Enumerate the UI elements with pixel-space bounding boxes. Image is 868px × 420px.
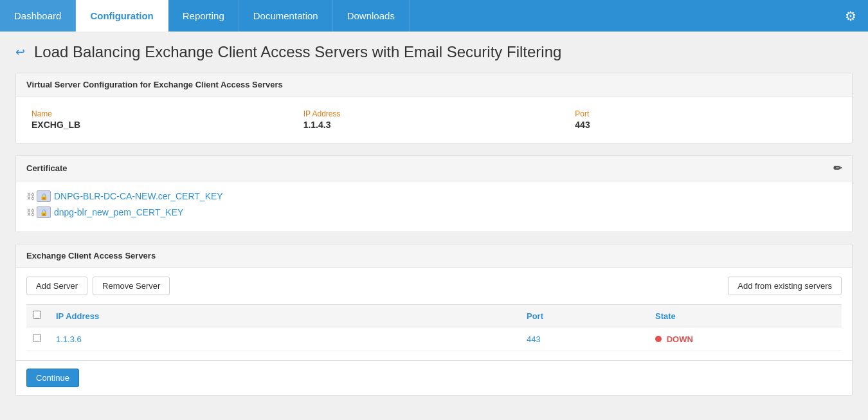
row-ip-cell: 1.1.3.6 (50, 327, 520, 351)
cert-item-1: ⛓ 🔒 DNPG-BLR-DC-CA-NEW.cer_CERT_KEY (26, 190, 842, 202)
vs-port-cell: Port 443 (570, 105, 842, 134)
vs-port-value: 443 (575, 120, 590, 130)
exchange-servers-body: Add Server Remove Server Add from existi… (16, 268, 852, 360)
vs-name-cell: Name EXCHG_LB (26, 105, 298, 134)
page-title: Load Balancing Exchange Client Access Se… (34, 43, 561, 61)
select-all-checkbox[interactable] (33, 311, 41, 319)
row-port-cell: 443 (520, 327, 649, 351)
server-actions-bar: Add Server Remove Server Add from existi… (26, 277, 842, 295)
certificate-body: ⛓ 🔒 DNPG-BLR-DC-CA-NEW.cer_CERT_KEY ⛓ 🔒 … (16, 181, 852, 232)
table-row: 1.1.3.6 443 DOWN (26, 327, 842, 351)
table-header-state: State (649, 305, 842, 327)
server-table: IP Address Port State 1.1.3.6 (26, 304, 842, 351)
nav-item-reporting[interactable]: Reporting (168, 0, 239, 32)
virtual-server-body: Name EXCHG_LB IP Address 1.1.4.3 Port 44… (16, 96, 852, 143)
vs-ip-cell: IP Address 1.1.4.3 (298, 105, 570, 134)
chain-icon-2: ⛓ (26, 208, 35, 217)
navbar-spacer (410, 0, 833, 32)
virtual-server-table: Name EXCHG_LB IP Address 1.1.4.3 Port 44… (26, 105, 842, 134)
back-arrow-icon[interactable]: ↩ (15, 45, 25, 59)
virtual-server-section-header: Virtual Server Configuration for Exchang… (16, 73, 852, 96)
vs-name-value: EXCHG_LB (32, 120, 80, 130)
nav-item-dashboard[interactable]: Dashboard (0, 0, 76, 32)
table-header-check (26, 305, 50, 327)
nav-item-downloads[interactable]: Downloads (333, 0, 410, 32)
certificate-edit-icon[interactable]: ✏ (833, 162, 842, 174)
row-ip-link[interactable]: 1.1.3.6 (56, 334, 82, 344)
row-checkbox-cell (26, 327, 50, 351)
exchange-servers-header: Exchange Client Access Servers (16, 244, 852, 268)
chain-icon-1: ⛓ (26, 192, 35, 201)
status-label: DOWN (667, 334, 693, 344)
virtual-server-card: Virtual Server Configuration for Exchang… (15, 73, 853, 143)
row-checkbox[interactable] (33, 334, 41, 342)
vs-port-label: Port (575, 109, 836, 118)
cert-item-2: ⛓ 🔒 dnpg-blr_new_pem_CERT_KEY (26, 206, 842, 218)
cert-img-icon-2: 🔒 (37, 206, 51, 218)
continue-button[interactable]: Continue (26, 369, 79, 387)
vs-ip-label: IP Address (303, 109, 565, 118)
page-header: ↩ Load Balancing Exchange Client Access … (15, 43, 853, 61)
add-from-existing-button[interactable]: Add from existing servers (728, 277, 842, 295)
certificate-section-header: Certificate ✏ (16, 156, 852, 181)
remove-server-button[interactable]: Remove Server (93, 277, 170, 295)
navbar: Dashboard Configuration Reporting Docume… (0, 0, 868, 32)
nav-item-configuration[interactable]: Configuration (76, 0, 168, 32)
row-state-cell: DOWN (649, 327, 842, 351)
continue-bar: Continue (16, 360, 852, 395)
vs-name-label: Name (32, 109, 293, 118)
certificate-card: Certificate ✏ ⛓ 🔒 DNPG-BLR-DC-CA-NEW.cer… (15, 155, 853, 232)
table-header-ip: IP Address (50, 305, 520, 327)
nav-item-documentation[interactable]: Documentation (239, 0, 333, 32)
cert-link-1[interactable]: DNPG-BLR-DC-CA-NEW.cer_CERT_KEY (54, 191, 223, 201)
table-header-port: Port (520, 305, 649, 327)
page-content: ↩ Load Balancing Exchange Client Access … (0, 32, 868, 419)
status-dot-icon (655, 336, 662, 342)
cert-link-2[interactable]: dnpg-blr_new_pem_CERT_KEY (54, 207, 183, 217)
add-server-button[interactable]: Add Server (26, 277, 87, 295)
exchange-servers-card: Exchange Client Access Servers Add Serve… (15, 244, 853, 396)
row-port-value: 443 (527, 334, 541, 344)
cert-img-icon-1: 🔒 (37, 190, 51, 202)
vs-ip-value: 1.1.4.3 (303, 120, 331, 130)
settings-gear-icon[interactable]: ⚙ (833, 0, 868, 32)
